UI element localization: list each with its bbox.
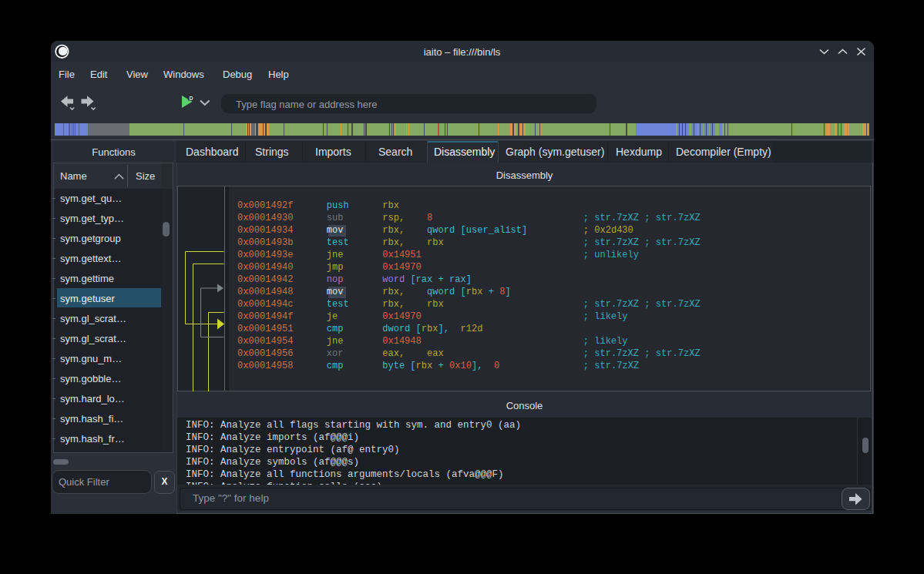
svg-text:D: D (190, 96, 193, 101)
